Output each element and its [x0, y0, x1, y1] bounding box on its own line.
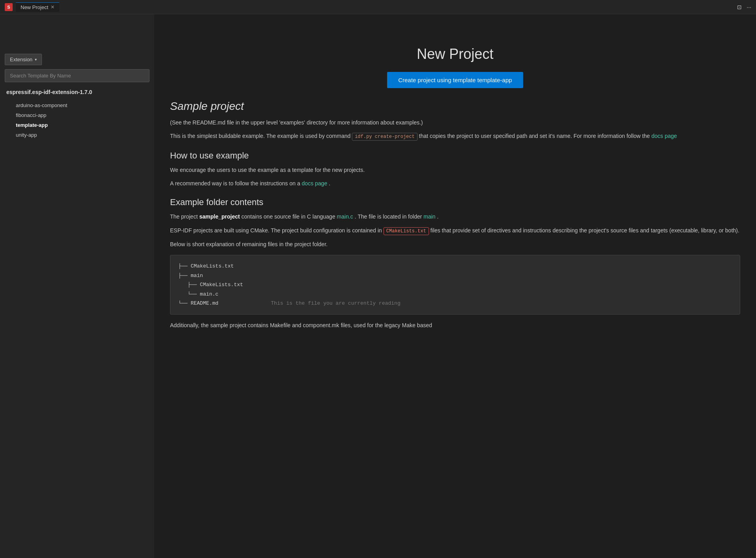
titlebar: S New Project ✕ ⊡ ··· — [0, 0, 756, 14]
dropdown-label: Extension — [10, 57, 32, 62]
more-options-icon[interactable]: ··· — [747, 4, 751, 10]
layout-icon[interactable]: ⊡ — [737, 4, 742, 10]
extension-dropdown-button[interactable]: Extension ▾ — [5, 54, 42, 65]
titlebar-left: S New Project ✕ — [5, 2, 59, 12]
code-line-4: └── main.c — [178, 290, 732, 299]
doc-heading: Sample project — [170, 100, 740, 113]
docs-link-2[interactable]: docs page — [302, 180, 327, 187]
section3-heading: Example folder contents — [170, 197, 740, 207]
code-line-2: ├── main — [178, 271, 732, 280]
doc-para5: Below is short explanation of remaining … — [170, 240, 740, 249]
doc-para3-mid2: . The file is located in folder — [355, 213, 422, 220]
template-item-template-app[interactable]: template-app — [13, 120, 149, 130]
template-item-arduino[interactable]: arduino-as-component — [13, 100, 149, 110]
doc-para1-after: that copies the project to user specifie… — [419, 133, 650, 139]
doc-para3-mid: contains one source file in C language — [242, 213, 335, 220]
template-list: arduino-as-component fibonacci-app templ… — [5, 100, 149, 140]
template-item-fibonacci[interactable]: fibonacci-app — [13, 110, 149, 120]
page-title: New Project — [170, 46, 740, 62]
doc-para3-before: The project — [170, 213, 198, 220]
doc-para4-before: ESP-IDF projects are built using CMake. … — [170, 227, 382, 234]
tab-close-button[interactable]: ✕ — [51, 4, 55, 10]
doc-section: Sample project (See the README.md file i… — [170, 100, 740, 330]
doc-para4: ESP-IDF projects are built using CMake. … — [170, 226, 740, 235]
titlebar-right: ⊡ ··· — [737, 4, 751, 10]
extension-group-title: espressif.esp-idf-extension-1.7.0 — [5, 89, 149, 96]
doc-para2b: A recommended way is to follow the instr… — [170, 179, 740, 188]
doc-para1: This is the simplest buildable example. … — [170, 132, 740, 141]
create-project-button[interactable]: Create project using template template-a… — [387, 72, 523, 88]
svg-text:S: S — [7, 5, 10, 9]
template-item-unity[interactable]: unity-app — [13, 130, 149, 140]
code-line-5: └── README.md This is the file you are c… — [178, 299, 732, 308]
doc-para6: Additionally, the sample project contain… — [170, 321, 740, 330]
docs-link-1[interactable]: docs page — [651, 133, 677, 139]
doc-para1-before: This is the simplest buildable example. … — [170, 133, 351, 139]
code-cmakelists: CMakeLists.txt — [384, 227, 429, 235]
chevron-down-icon: ▾ — [35, 57, 37, 62]
main-folder-link[interactable]: main — [423, 213, 435, 220]
sidebar: Extension ▾ espressif.esp-idf-extension-… — [0, 14, 154, 558]
doc-para2b-after: . — [329, 180, 331, 187]
code-idf-create: idf.py create-project — [352, 133, 417, 141]
right-panel: New Project Create project using templat… — [154, 14, 756, 558]
code-line-3: ├── CMakeLists.txt — [178, 280, 732, 289]
search-input[interactable] — [5, 69, 149, 82]
main-c-link[interactable]: main.c — [337, 213, 353, 220]
code-block: ├── CMakeLists.txt ├── main ├── CMakeLis… — [170, 255, 740, 315]
doc-para3-end: . — [437, 213, 438, 220]
doc-para4-after: files that provide set of directives and… — [431, 227, 739, 234]
doc-para3-bold: sample_project — [199, 213, 240, 220]
doc-para2b-before: A recommended way is to follow the instr… — [170, 180, 300, 187]
code-line-1: ├── CMakeLists.txt — [178, 262, 732, 271]
titlebar-tab[interactable]: New Project ✕ — [16, 2, 59, 12]
section2-heading: How to use example — [170, 151, 740, 161]
doc-para3: The project sample_project contains one … — [170, 212, 740, 221]
app-logo-icon: S — [5, 3, 13, 11]
doc-para2: We encourage the users to use the exampl… — [170, 166, 740, 174]
main-layout: Extension ▾ espressif.esp-idf-extension-… — [0, 14, 756, 558]
tab-label: New Project — [21, 4, 48, 10]
doc-intro: (See the README.md file in the upper lev… — [170, 118, 740, 127]
